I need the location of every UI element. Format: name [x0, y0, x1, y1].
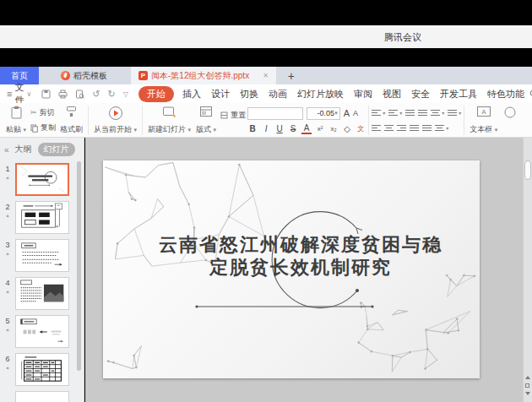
layout-button[interactable]: 版式 ▾	[193, 105, 219, 136]
copy-button[interactable]: 复制	[30, 122, 56, 133]
reset-button[interactable]: 重置	[220, 110, 246, 121]
slide-nav-menu-button[interactable]	[525, 383, 529, 388]
slide-title-line1: 云南省怒江州破解深度贫困与稳	[112, 233, 489, 256]
font-size-control[interactable]: ▾	[307, 107, 340, 120]
menu-item-view[interactable]: 视图	[383, 88, 401, 100]
customize-toolbar-icon[interactable]: ▽	[123, 90, 128, 98]
decrease-indent-icon[interactable]	[405, 110, 415, 116]
new-slide-icon	[162, 106, 176, 118]
superscript-button[interactable]: x²	[315, 125, 325, 133]
bullets-icon[interactable]	[372, 110, 381, 116]
reset-icon	[220, 111, 228, 119]
wps-tab-bar: 首页 稻壳模板 P 闻本-第12组大创答辩.pptx ✕ +	[0, 67, 532, 84]
highlight-button[interactable]: ◇	[342, 124, 352, 133]
collapse-panel-button[interactable]: «	[4, 145, 9, 155]
menu-item-home[interactable]: 开始	[138, 86, 174, 102]
scrollbar-thumb[interactable]	[524, 160, 531, 180]
increase-font-button[interactable]: A	[344, 108, 350, 118]
tab-outline[interactable]: 大纲	[15, 144, 32, 155]
transition-star-icon: ✶	[5, 213, 9, 219]
scissors-icon: ✂	[30, 108, 37, 117]
shapes-button[interactable]	[500, 105, 520, 136]
strikethrough-button[interactable]: S	[288, 124, 298, 133]
font-size-input[interactable]	[309, 109, 334, 117]
previous-slide-button[interactable]	[525, 376, 530, 379]
slide-thumbnail-row-6: 6✶	[2, 353, 73, 386]
undo-icon[interactable]: ↺	[92, 89, 100, 100]
align-right-icon[interactable]	[397, 125, 406, 131]
menu-item-slideshow[interactable]: 幻灯片放映	[297, 88, 344, 100]
close-tab-icon[interactable]: ✕	[263, 72, 269, 79]
slide-thumbnail-2[interactable]	[15, 201, 69, 234]
tab-slides[interactable]: 幻灯片	[38, 143, 75, 156]
align-left-icon[interactable]	[372, 125, 381, 131]
underline-button[interactable]: U	[274, 124, 285, 133]
format-painter-button[interactable]: 格式刷	[57, 105, 85, 136]
menu-item-transition[interactable]: 切换	[240, 88, 258, 100]
cut-button[interactable]: ✂剪切	[30, 107, 56, 118]
slide-thumbnail-1[interactable]	[15, 163, 69, 196]
reset-label: 重置	[231, 110, 246, 121]
ribbon-toolbar: 粘贴 ▾ ✂剪切 复制 格式刷 从当前开始 ▾ 新建幻灯片 ▾ 版式 ▾ 重置	[0, 103, 532, 138]
redo-icon[interactable]: ↻	[108, 89, 116, 100]
slide-title-textbox[interactable]: 云南省怒江州破解深度贫困与稳 定脱贫长效机制研究	[112, 233, 489, 279]
phonetic-guide-button[interactable]: 文	[356, 124, 366, 133]
menu-item-security[interactable]: 安全	[411, 88, 430, 100]
play-dropdown-icon: ▾	[134, 127, 138, 133]
slide-editor[interactable]: 云南省怒江州破解深度贫困与稳 定脱贫长效机制研究	[103, 160, 480, 378]
docer-icon	[61, 71, 70, 80]
transition-star-icon: ✶	[5, 175, 9, 181]
new-tab-button[interactable]: +	[288, 67, 295, 84]
text-box-button[interactable]: A 文本框 ▾	[467, 105, 500, 136]
columns-icon[interactable]	[448, 110, 457, 116]
next-slide-button[interactable]	[525, 392, 530, 395]
slide-thumbnail-4[interactable]	[15, 277, 69, 310]
play-from-current-button[interactable]: 从当前开始 ▾	[91, 105, 139, 136]
menu-item-devtools[interactable]: 开发工具	[440, 88, 477, 100]
slide-canvas[interactable]: 云南省怒江州破解深度贫困与稳 定脱贫长效机制研究	[85, 138, 532, 402]
slide-thumbnail-3[interactable]	[15, 239, 69, 272]
slide-thumbnail-6[interactable]	[15, 353, 69, 386]
ribbon-separator	[88, 106, 89, 135]
font-color-button[interactable]: A	[301, 124, 312, 134]
menu-item-insert[interactable]: 插入	[182, 88, 201, 100]
slide-thumbnail-row-5: 5✶	[2, 315, 73, 348]
tab-document-active[interactable]: P 闻本-第12组大创答辩.pptx ✕	[131, 67, 276, 84]
slide-thumbnail-5[interactable]	[15, 315, 69, 348]
line-spacing-icon[interactable]	[435, 125, 444, 131]
justify-icon[interactable]	[410, 125, 419, 131]
slide-thumbnail-row-7	[2, 391, 73, 402]
menu-item-review[interactable]: 审阅	[354, 88, 372, 100]
font-name-input[interactable]	[247, 107, 303, 120]
paste-button[interactable]: 粘贴 ▾	[3, 105, 29, 136]
tab-docer-templates[interactable]: 稻壳模板	[51, 67, 117, 84]
menu-item-features[interactable]: 特色功能	[487, 88, 524, 100]
save-icon[interactable]	[41, 90, 51, 99]
menu-item-animation[interactable]: 动画	[269, 88, 287, 100]
panel-scrollbar[interactable]	[77, 161, 81, 371]
distribute-icon[interactable]	[422, 125, 432, 131]
print-icon[interactable]	[58, 90, 68, 99]
slide-thumbnail-row-4: 4✶	[2, 277, 73, 310]
numbering-icon[interactable]	[388, 110, 398, 116]
slide-thumbnail-7[interactable]	[15, 391, 69, 402]
vertical-scrollbar[interactable]	[523, 138, 532, 402]
menu-bar: ≡ 文件 ∨ ↺ ↻ ▽ 开始 插入 设计 切换 动画 幻灯片放映 审阅 视图 …	[0, 84, 532, 103]
subscript-button[interactable]: x₂	[328, 125, 339, 133]
italic-button[interactable]: I	[261, 124, 271, 133]
new-slide-button[interactable]: 新建幻灯片 ▾	[145, 105, 193, 136]
ribbon-separator	[142, 106, 143, 135]
bold-button[interactable]: B	[247, 124, 258, 133]
text-direction-icon[interactable]	[431, 110, 440, 116]
transition-star-icon: ✶	[5, 289, 9, 295]
transition-star-icon: ✶	[5, 365, 9, 371]
slide-nav-controls	[524, 376, 531, 395]
increase-indent-icon[interactable]	[418, 110, 427, 116]
decrease-font-button[interactable]: A	[353, 109, 358, 117]
print-preview-icon[interactable]	[75, 90, 84, 99]
menu-item-design[interactable]: 设计	[211, 88, 230, 100]
format-painter-label: 格式刷	[60, 124, 83, 135]
align-center-icon[interactable]	[384, 125, 394, 131]
slide-panel: « 大纲 幻灯片 1✶	[0, 138, 84, 402]
text-box-icon: A	[476, 106, 491, 117]
